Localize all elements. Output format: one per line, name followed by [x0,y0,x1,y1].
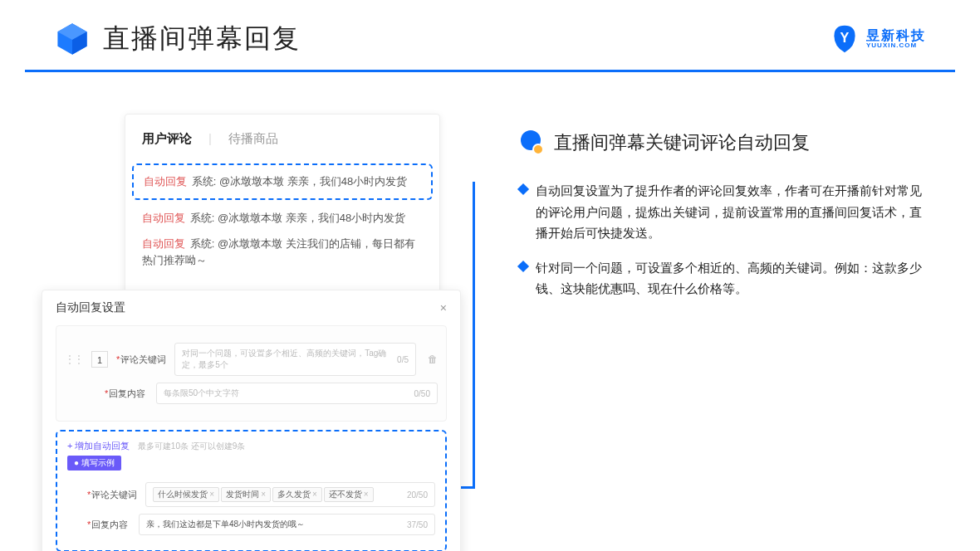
ex-reply-counter: 37/50 [407,520,428,529]
auto-reply-tag: 自动回复 [144,175,187,188]
auto-reply-tag: 自动回复 [142,237,185,250]
description-area: 直播间弹幕关键词评论自动回复 自动回复设置为了提升作者的评论回复效率，作者可在开… [519,114,955,313]
ex-reply-value: 亲，我们这边都是下单48小时内发货的哦～ [146,519,305,530]
bullet-item: 针对同一个问题，可设置多个相近的、高频的关键词。例如：这款多少钱、这块能优惠吗、… [519,257,955,300]
tab-pending-goods[interactable]: 待播商品 [228,131,278,147]
bullet-text: 自动回复设置为了提升作者的评论回复效率，作者可在开播前针对常见的评论用户问题，提… [536,180,930,244]
illustration-area: 用户评论 | 待播商品 自动回复 系统: @冰墩墩本墩 亲亲，我们48小时内发货… [42,114,486,313]
add-auto-reply-link[interactable]: + 增加自动回复 [67,441,130,451]
comment-row: 自动回复 系统: @冰墩墩本墩 关注我们的店铺，每日都有热门推荐呦～ [142,236,423,268]
add-hint: 最多可建10条 还可以创建9条 [138,441,245,451]
bullet-item: 自动回复设置为了提升作者的评论回复效率，作者可在开播前针对常见的评论用户问题，提… [519,180,955,244]
tag-chip[interactable]: 还不发货× [324,487,374,502]
svg-text:Y: Y [840,30,850,45]
delete-icon[interactable]: 🗑 [428,354,438,365]
auto-reply-tag: 自动回复 [142,212,185,224]
close-icon[interactable]: × [440,301,447,315]
example-badge: ● 填写示例 [67,456,121,471]
comment-text: @冰墩墩本墩 亲亲，我们48小时内发货 [218,212,405,224]
brand-name-en: YUUXIN.COM [866,42,926,50]
keyword-placeholder: 对同一个问题，可设置多个相近、高频的关键词，Tag确定，最多5个 [182,348,397,371]
diamond-icon [517,183,529,195]
section-title: 直播间弹幕关键词评论自动回复 [554,130,810,155]
tab-user-comments[interactable]: 用户评论 [142,131,192,147]
brand-icon: Y [830,24,860,54]
cube-icon [54,21,91,57]
keyword-input[interactable]: 对同一个问题，可设置多个相近、高频的关键词，Tag确定，最多5个 0/5 [174,343,416,376]
tag-chip[interactable]: 多久发货× [272,487,322,502]
keyword-label: *评论关键词 [116,354,166,366]
tag-chip[interactable]: 发货时间× [221,487,271,502]
tag-chip[interactable]: 什么时候发货× [153,487,219,502]
page-title: 直播间弹幕回复 [103,21,301,57]
ex-keyword-input[interactable]: 什么时候发货×发货时间×多久发货×还不发货× 20/50 [145,482,435,507]
reply-counter: 0/50 [414,389,430,398]
index-box: 1 [91,351,108,368]
page-header: 直播间弹幕回复 Y 昱新科技 YUUXIN.COM [25,0,955,72]
drag-handle-icon[interactable]: ⋮⋮ [65,354,83,365]
tab-divider: | [208,131,212,147]
reply-input[interactable]: 每条限50个中文字符 0/50 [156,383,438,404]
brand-logo: Y 昱新科技 YUUXIN.COM [830,24,926,54]
example-box: + 增加自动回复 最多可建10条 还可以创建9条 ● 填写示例 *评论关键词 什… [56,430,447,551]
comment-text: @冰墩墩本墩 亲亲，我们48小时内发货 [219,175,407,188]
form-block: ⋮⋮ 1 *评论关键词 对同一个问题，可设置多个相近、高频的关键词，Tag确定，… [56,325,447,422]
ex-keyword-counter: 20/50 [407,490,428,500]
settings-title: 自动回复设置 [56,300,125,315]
comment-sys: 系统: [190,237,215,250]
comment-sys: 系统: [192,175,217,188]
diamond-icon [517,260,529,271]
bullet-text: 针对同一个问题，可设置多个相近的、高频的关键词。例如：这款多少钱、这块能优惠吗、… [536,257,930,300]
keyword-counter: 0/5 [397,355,409,364]
reply-label: *回复内容 [105,388,148,400]
comment-sys: 系统: [190,212,215,224]
comment-row: 自动回复 系统: @冰墩墩本墩 亲亲，我们48小时内发货 [142,210,423,227]
tag-container: 什么时候发货×发货时间×多久发货×还不发货× [153,487,375,502]
chat-bubble-icon [519,130,544,155]
ex-reply-input[interactable]: 亲，我们这边都是下单48小时内发货的哦～ 37/50 [139,514,435,535]
brand-name-zh: 昱新科技 [866,28,926,43]
ex-reply-label: *回复内容 [87,519,130,531]
settings-panel: 自动回复设置 × ⋮⋮ 1 *评论关键词 对同一个问题，可设置多个相近、高频的关… [42,290,461,551]
comment-row-highlight: 自动回复 系统: @冰墩墩本墩 亲亲，我们48小时内发货 [132,163,433,200]
reply-placeholder: 每条限50个中文字符 [164,388,239,399]
ex-keyword-label: *评论关键词 [87,489,137,501]
